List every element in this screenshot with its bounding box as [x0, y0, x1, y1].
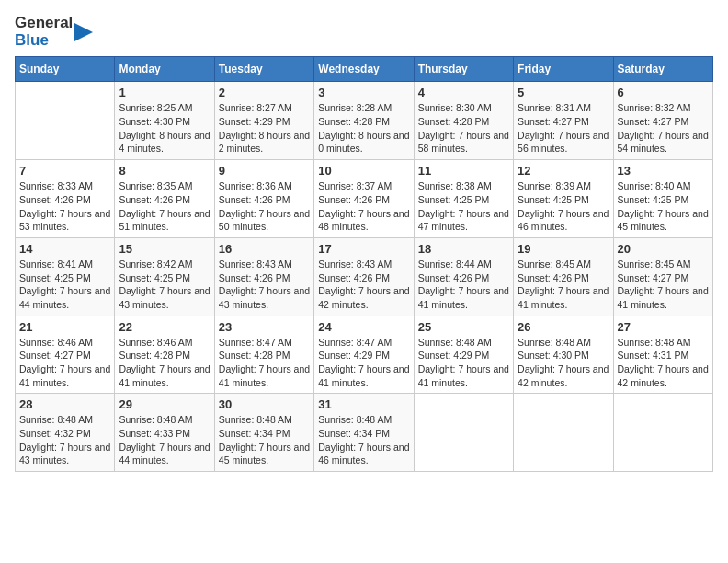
calendar-cell: 31 Sunrise: 8:48 AMSunset: 4:34 PMDaylig… [314, 394, 414, 472]
day-info: Sunrise: 8:46 AMSunset: 4:27 PMDaylight:… [19, 337, 110, 388]
svg-marker-0 [74, 23, 93, 41]
logo: General Blue [15, 15, 93, 49]
day-info: Sunrise: 8:47 AMSunset: 4:29 PMDaylight:… [318, 337, 409, 388]
calendar-cell: 23 Sunrise: 8:47 AMSunset: 4:28 PMDaylig… [214, 316, 313, 394]
day-number: 27 [618, 320, 709, 334]
day-number: 29 [119, 397, 210, 411]
day-number: 1 [119, 86, 210, 99]
day-number: 2 [219, 86, 310, 99]
calendar-cell [613, 394, 712, 472]
calendar-week-5: 28 Sunrise: 8:48 AMSunset: 4:32 PMDaylig… [16, 394, 713, 472]
day-info: Sunrise: 8:31 AMSunset: 4:27 PMDaylight:… [518, 102, 609, 154]
day-number: 3 [318, 86, 409, 99]
day-info: Sunrise: 8:48 AMSunset: 4:31 PMDaylight:… [618, 337, 709, 388]
header-tuesday: Tuesday [214, 57, 313, 82]
calendar-week-4: 21 Sunrise: 8:46 AMSunset: 4:27 PMDaylig… [16, 316, 713, 394]
day-info: Sunrise: 8:43 AMSunset: 4:26 PMDaylight:… [318, 259, 409, 310]
day-info: Sunrise: 8:30 AMSunset: 4:28 PMDaylight:… [418, 102, 509, 154]
day-number: 20 [618, 242, 709, 256]
day-number: 6 [618, 86, 709, 99]
day-number: 12 [518, 164, 609, 178]
calendar-week-2: 7 Sunrise: 8:33 AMSunset: 4:26 PMDayligh… [16, 160, 713, 238]
day-number: 8 [119, 164, 210, 178]
header-friday: Friday [514, 57, 613, 82]
header-saturday: Saturday [613, 57, 712, 82]
calendar-cell: 7 Sunrise: 8:33 AMSunset: 4:26 PMDayligh… [16, 160, 115, 238]
logo-general: General [15, 14, 73, 31]
day-number: 26 [518, 320, 609, 334]
calendar-cell: 10 Sunrise: 8:37 AMSunset: 4:26 PMDaylig… [314, 160, 414, 238]
calendar-cell: 24 Sunrise: 8:47 AMSunset: 4:29 PMDaylig… [314, 316, 414, 394]
calendar-cell: 8 Sunrise: 8:35 AMSunset: 4:26 PMDayligh… [115, 160, 214, 238]
page-header: General Blue [15, 15, 713, 49]
calendar-cell: 16 Sunrise: 8:43 AMSunset: 4:26 PMDaylig… [214, 237, 313, 316]
day-number: 16 [219, 242, 310, 256]
calendar-cell: 12 Sunrise: 8:39 AMSunset: 4:25 PMDaylig… [514, 160, 613, 238]
day-number: 17 [318, 242, 409, 256]
day-info: Sunrise: 8:46 AMSunset: 4:28 PMDaylight:… [119, 337, 210, 388]
calendar-cell: 14 Sunrise: 8:41 AMSunset: 4:25 PMDaylig… [16, 237, 115, 316]
day-number: 30 [219, 397, 310, 411]
day-info: Sunrise: 8:44 AMSunset: 4:26 PMDaylight:… [418, 259, 509, 310]
calendar-cell: 26 Sunrise: 8:48 AMSunset: 4:30 PMDaylig… [514, 316, 613, 394]
day-number: 21 [19, 320, 110, 334]
logo-blue: Blue [15, 31, 49, 49]
calendar-cell: 5 Sunrise: 8:31 AMSunset: 4:27 PMDayligh… [514, 82, 613, 160]
day-info: Sunrise: 8:45 AMSunset: 4:27 PMDaylight:… [618, 259, 709, 310]
day-number: 31 [318, 397, 409, 411]
calendar-cell: 6 Sunrise: 8:32 AMSunset: 4:27 PMDayligh… [613, 82, 712, 160]
day-number: 13 [618, 164, 709, 178]
header-monday: Monday [115, 57, 214, 82]
day-info: Sunrise: 8:25 AMSunset: 4:30 PMDaylight:… [119, 102, 210, 154]
day-number: 23 [219, 320, 310, 334]
day-number: 15 [119, 242, 210, 256]
day-info: Sunrise: 8:28 AMSunset: 4:28 PMDaylight:… [318, 102, 409, 154]
calendar-cell: 2 Sunrise: 8:27 AMSunset: 4:29 PMDayligh… [214, 82, 313, 160]
calendar-cell: 1 Sunrise: 8:25 AMSunset: 4:30 PMDayligh… [115, 82, 214, 160]
day-number: 25 [418, 320, 509, 334]
day-info: Sunrise: 8:40 AMSunset: 4:25 PMDaylight:… [618, 180, 709, 232]
day-info: Sunrise: 8:48 AMSunset: 4:34 PMDaylight:… [219, 414, 310, 465]
calendar-cell [514, 394, 613, 472]
day-info: Sunrise: 8:27 AMSunset: 4:29 PMDaylight:… [219, 102, 310, 154]
calendar-cell: 17 Sunrise: 8:43 AMSunset: 4:26 PMDaylig… [314, 237, 414, 316]
day-info: Sunrise: 8:47 AMSunset: 4:28 PMDaylight:… [219, 337, 310, 388]
logo-triangle-icon [74, 19, 93, 45]
day-number: 10 [318, 164, 409, 178]
day-info: Sunrise: 8:48 AMSunset: 4:33 PMDaylight:… [119, 414, 210, 465]
header-thursday: Thursday [414, 57, 513, 82]
day-info: Sunrise: 8:48 AMSunset: 4:34 PMDaylight:… [318, 414, 409, 465]
day-info: Sunrise: 8:41 AMSunset: 4:25 PMDaylight:… [19, 259, 110, 310]
day-number: 11 [418, 164, 509, 178]
calendar-cell: 9 Sunrise: 8:36 AMSunset: 4:26 PMDayligh… [214, 160, 313, 238]
calendar-cell: 25 Sunrise: 8:48 AMSunset: 4:29 PMDaylig… [414, 316, 513, 394]
day-info: Sunrise: 8:33 AMSunset: 4:26 PMDaylight:… [19, 180, 110, 232]
calendar-cell [16, 82, 115, 160]
day-info: Sunrise: 8:38 AMSunset: 4:25 PMDaylight:… [418, 180, 509, 232]
day-info: Sunrise: 8:48 AMSunset: 4:30 PMDaylight:… [518, 337, 609, 388]
day-number: 22 [119, 320, 210, 334]
calendar-cell: 3 Sunrise: 8:28 AMSunset: 4:28 PMDayligh… [314, 82, 414, 160]
calendar-cell [414, 394, 513, 472]
day-number: 9 [219, 164, 310, 178]
calendar-header-row: SundayMondayTuesdayWednesdayThursdayFrid… [16, 57, 713, 82]
calendar-week-1: 1 Sunrise: 8:25 AMSunset: 4:30 PMDayligh… [16, 82, 713, 160]
calendar-cell: 18 Sunrise: 8:44 AMSunset: 4:26 PMDaylig… [414, 237, 513, 316]
day-info: Sunrise: 8:36 AMSunset: 4:26 PMDaylight:… [219, 180, 310, 232]
calendar-cell: 15 Sunrise: 8:42 AMSunset: 4:25 PMDaylig… [115, 237, 214, 316]
calendar-cell: 11 Sunrise: 8:38 AMSunset: 4:25 PMDaylig… [414, 160, 513, 238]
day-info: Sunrise: 8:45 AMSunset: 4:26 PMDaylight:… [518, 259, 609, 310]
day-number: 19 [518, 242, 609, 256]
calendar-cell: 20 Sunrise: 8:45 AMSunset: 4:27 PMDaylig… [613, 237, 712, 316]
day-info: Sunrise: 8:39 AMSunset: 4:25 PMDaylight:… [518, 180, 609, 232]
day-number: 14 [19, 242, 110, 256]
day-info: Sunrise: 8:48 AMSunset: 4:32 PMDaylight:… [19, 414, 110, 465]
calendar-table: SundayMondayTuesdayWednesdayThursdayFrid… [15, 56, 713, 472]
calendar-cell: 21 Sunrise: 8:46 AMSunset: 4:27 PMDaylig… [16, 316, 115, 394]
day-info: Sunrise: 8:32 AMSunset: 4:27 PMDaylight:… [618, 102, 709, 154]
day-info: Sunrise: 8:48 AMSunset: 4:29 PMDaylight:… [418, 337, 509, 388]
calendar-cell: 4 Sunrise: 8:30 AMSunset: 4:28 PMDayligh… [414, 82, 513, 160]
day-info: Sunrise: 8:35 AMSunset: 4:26 PMDaylight:… [119, 180, 210, 232]
calendar-cell: 19 Sunrise: 8:45 AMSunset: 4:26 PMDaylig… [514, 237, 613, 316]
day-number: 7 [19, 164, 110, 178]
